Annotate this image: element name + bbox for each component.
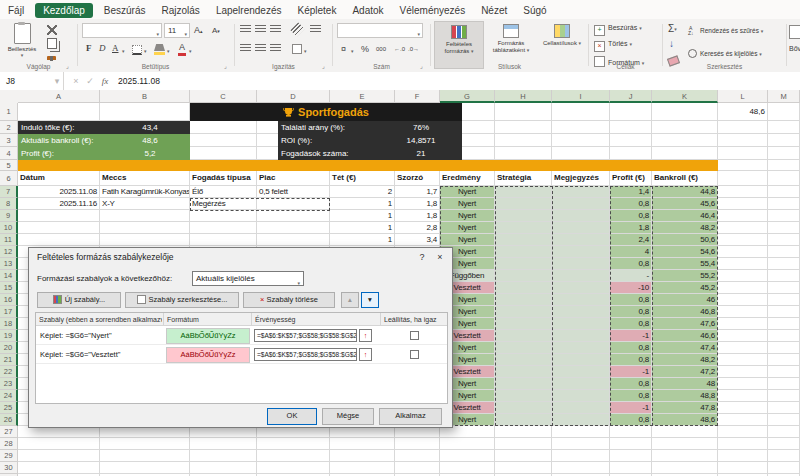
grid-cell[interactable] <box>768 222 800 234</box>
data-cell[interactable] <box>100 210 190 222</box>
grid-cell[interactable] <box>495 134 552 147</box>
grid-cell[interactable] <box>718 342 768 354</box>
grid-cell[interactable] <box>768 246 800 258</box>
data-cell[interactable] <box>18 210 100 222</box>
grid-cell[interactable] <box>552 462 610 474</box>
grid-cell[interactable] <box>330 438 395 450</box>
tab-súgó[interactable]: Súgó <box>515 2 554 18</box>
clipboard-dialog-launcher-icon[interactable]: ⌟ <box>66 63 69 69</box>
data-cell[interactable]: 2 <box>330 186 395 198</box>
align-middle-button[interactable] <box>255 25 266 34</box>
autosum-button[interactable]: Σ▾ <box>668 23 677 34</box>
data-cell[interactable] <box>257 210 330 222</box>
tab-fájl[interactable]: Fájl <box>0 2 32 18</box>
row-header-16[interactable]: 16 <box>0 294 18 306</box>
data-cell[interactable] <box>100 222 190 234</box>
grid-cell[interactable] <box>768 121 800 134</box>
enter-icon[interactable]: ✓ <box>84 72 96 90</box>
grid-cell[interactable] <box>718 354 768 366</box>
row-header-18[interactable]: 18 <box>0 318 18 330</box>
data-cell[interactable] <box>257 234 330 246</box>
grid-cell[interactable] <box>768 282 800 294</box>
grid-cell[interactable] <box>768 426 800 438</box>
move-rule-down-button[interactable]: ▾ <box>361 292 379 308</box>
grid-cell[interactable] <box>652 147 718 160</box>
grid-cell[interactable] <box>552 103 610 121</box>
data-cell[interactable]: 2,8 <box>395 222 440 234</box>
grid-cell[interactable] <box>330 450 395 462</box>
number-dialog-launcher-icon[interactable]: ⌟ <box>420 63 423 69</box>
row-header-17[interactable]: 17 <box>0 306 18 318</box>
grid-cell[interactable] <box>768 330 800 342</box>
decrease-decimal-button[interactable]: .0→ <box>408 46 419 52</box>
scope-dropdown[interactable]: Aktuális kijelölés ▾ <box>192 271 304 286</box>
new-rule-button[interactable]: Új szabály... <box>37 292 121 308</box>
grid-cell[interactable] <box>552 426 610 438</box>
grid-cell[interactable] <box>718 330 768 342</box>
tab-kezdőlap[interactable]: Kezdőlap <box>35 3 93 18</box>
grid-cell[interactable] <box>768 450 800 462</box>
grid-cell[interactable] <box>768 366 800 378</box>
grid-cell[interactable] <box>18 103 100 121</box>
row-header-5[interactable]: 5 <box>0 160 18 171</box>
grid-cell[interactable] <box>495 121 552 134</box>
grid-cell[interactable] <box>768 402 800 414</box>
stat-current-bankroll-label[interactable]: Aktuális bankroll (€): <box>18 134 110 147</box>
stat-roi-value[interactable]: 14,8571 <box>380 134 462 147</box>
grid-cell[interactable] <box>552 450 610 462</box>
grid-cell[interactable] <box>718 366 768 378</box>
stat-hit-rate-label[interactable]: Találati arány (%): <box>278 121 380 134</box>
grid-cell[interactable] <box>190 450 257 462</box>
italic-button[interactable]: D <box>99 43 106 53</box>
grid-cell[interactable] <box>18 462 100 474</box>
row-header-14[interactable]: 14 <box>0 270 18 282</box>
insert-cells-button[interactable]: +Beszúrás ▾ <box>594 24 642 37</box>
grid-cell[interactable] <box>718 160 768 171</box>
delete-cells-button[interactable]: ×Törlés ▾ <box>594 40 632 53</box>
decrease-font-button[interactable]: A▾ <box>212 26 220 35</box>
grid-cell[interactable] <box>718 282 768 294</box>
row-header-24[interactable]: 24 <box>0 390 18 402</box>
data-cell[interactable] <box>190 222 257 234</box>
copy-button[interactable] <box>47 38 59 49</box>
grid-cell[interactable] <box>768 342 800 354</box>
data-cell[interactable]: 3,4 <box>395 234 440 246</box>
grid-cell[interactable] <box>768 234 800 246</box>
tab-nézet[interactable]: Nézet <box>473 2 515 18</box>
grid-cell[interactable] <box>552 438 610 450</box>
stop-if-true-checkbox[interactable] <box>410 350 419 359</box>
format-as-table-button[interactable]: Formázás táblázatként ▾ <box>486 21 536 69</box>
grid-cell[interactable] <box>190 147 257 160</box>
stat-profit-value[interactable]: 5,2 <box>110 147 190 160</box>
grid-cell[interactable] <box>495 438 552 450</box>
font-name-combo[interactable]: ▾ <box>82 23 162 38</box>
grid-cell[interactable] <box>190 438 257 450</box>
cell-L1[interactable]: 48,6 <box>718 103 768 121</box>
grid-cell[interactable] <box>768 134 800 147</box>
grid-cell[interactable] <box>718 258 768 270</box>
data-cell[interactable]: 1 <box>330 198 395 210</box>
grid-cell[interactable] <box>257 462 330 474</box>
stat-hit-rate-value[interactable]: 76% <box>380 121 462 134</box>
grid-cell[interactable] <box>495 450 552 462</box>
font-color-button[interactable]: A <box>178 43 186 56</box>
tab-adatok[interactable]: Adatok <box>344 2 391 18</box>
data-cell[interactable]: 1,8 <box>395 198 440 210</box>
tab-képletek[interactable]: Képletek <box>289 2 344 18</box>
row-header-11[interactable]: 11 <box>0 234 18 246</box>
align-left-button[interactable] <box>240 44 251 53</box>
grid-cell[interactable] <box>768 318 800 330</box>
data-cell[interactable]: 1 <box>330 210 395 222</box>
grid-cell[interactable] <box>768 210 800 222</box>
number-format-combo[interactable]: ▾ <box>337 23 423 38</box>
stat-bet-count-value[interactable]: 21 <box>380 147 462 160</box>
row-header-28[interactable]: 28 <box>0 438 18 450</box>
rule-row[interactable]: Képlet: =$G6="Nyert" AáBbŐőŰűYyZz =$A$6:… <box>36 326 447 345</box>
grid-cell[interactable] <box>768 462 800 474</box>
grid-cell[interactable] <box>718 294 768 306</box>
grid-cell[interactable] <box>718 134 768 147</box>
grid-cell[interactable] <box>768 270 800 282</box>
grid-cell[interactable] <box>718 171 768 186</box>
data-cell[interactable] <box>190 210 257 222</box>
grid-cell[interactable] <box>768 258 800 270</box>
